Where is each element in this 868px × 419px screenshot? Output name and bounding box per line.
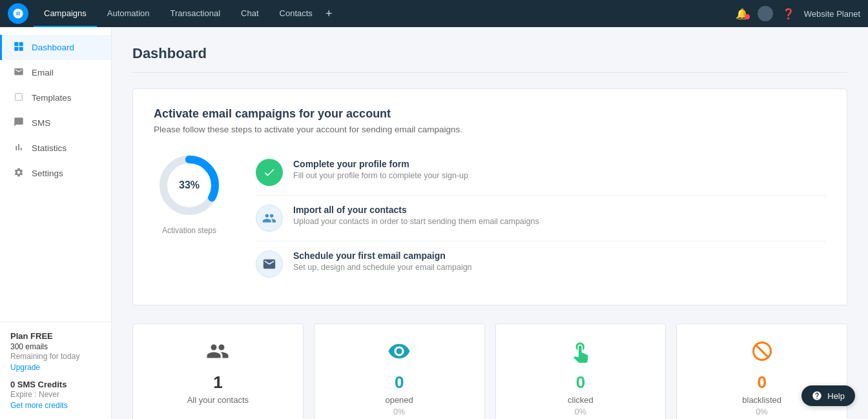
upgrade-link[interactable]: Upgrade — [10, 363, 101, 372]
contacts-icon — [143, 340, 293, 367]
sidebar-label-dashboard: Dashboard — [32, 43, 74, 52]
sidebar-label-templates: Templates — [32, 93, 72, 103]
sidebar-label-statistics: Statistics — [32, 143, 67, 153]
step-item-2[interactable]: Import all of your contacts Upload your … — [256, 196, 826, 241]
notification-dot — [745, 14, 750, 19]
help-icon[interactable]: ❓ — [782, 8, 795, 20]
step-title-1: Complete your profile form — [293, 159, 468, 169]
templates-icon — [12, 92, 25, 104]
svg-rect-3 — [19, 47, 23, 51]
step-desc-2: Upload your contacts in order to start s… — [293, 217, 539, 226]
activation-title: Activate email campaigns for your accoun… — [154, 107, 826, 121]
help-label: Help — [827, 391, 845, 401]
username: Website Planet — [804, 9, 860, 19]
sms-credits: 0 SMS Credits — [10, 380, 101, 389]
stat-label-clicked: clicked — [506, 395, 656, 405]
top-nav: Campaigns Automation Transactional Chat … — [0, 0, 868, 27]
sidebar-label-settings: Settings — [32, 169, 63, 178]
svg-rect-2 — [14, 47, 18, 51]
nav-items: Campaigns Automation Transactional Chat … — [34, 0, 736, 27]
step-icon-email — [256, 250, 283, 278]
donut-caption: Activation steps — [162, 226, 216, 235]
stat-value-clicked: 0 — [506, 373, 656, 393]
nav-right: 🔔 ❓ Website Planet — [736, 6, 860, 21]
donut-wrap: 33% Activation steps — [154, 150, 225, 235]
donut-chart: 33% — [154, 150, 225, 221]
stat-card-clicked[interactable]: 0 clicked 0% — [495, 323, 666, 419]
nav-item-contacts[interactable]: Contacts — [269, 0, 323, 27]
sidebar-item-dashboard[interactable]: Dashboard — [0, 35, 111, 60]
stat-card-contacts[interactable]: 1 All your contacts — [132, 323, 304, 419]
step-title-3: Schedule your first email campaign — [293, 250, 472, 261]
svg-rect-0 — [14, 42, 18, 46]
sidebar-item-settings[interactable]: Settings — [0, 161, 111, 186]
nav-plus[interactable]: + — [326, 7, 333, 21]
sidebar: Dashboard Email Templates SMS Statistics… — [0, 27, 112, 419]
divider — [132, 72, 847, 73]
page-title: Dashboard — [132, 45, 847, 62]
nav-item-chat[interactable]: Chat — [231, 0, 269, 27]
plan-emails: 300 emails — [10, 342, 101, 351]
eye-icon — [325, 340, 474, 367]
step-text-3: Schedule your first email campaign Set u… — [293, 250, 472, 272]
step-desc-3: Set up, design and schedule your email c… — [293, 263, 472, 272]
email-icon — [12, 66, 25, 79]
main-content: Dashboard Activate email campaigns for y… — [112, 27, 868, 419]
sidebar-item-statistics[interactable]: Statistics — [0, 136, 111, 161]
settings-icon — [12, 167, 25, 179]
nav-item-transactional[interactable]: Transactional — [160, 0, 231, 27]
avatar[interactable] — [758, 6, 773, 21]
step-item-3[interactable]: Schedule your first email campaign Set u… — [256, 241, 826, 287]
get-credits-link[interactable]: Get more credits — [10, 401, 101, 410]
stat-label-contacts: All your contacts — [143, 395, 293, 405]
stat-card-opened[interactable]: 0 opened 0% — [314, 323, 485, 419]
statistics-icon — [12, 142, 25, 154]
step-text-2: Import all of your contacts Upload your … — [293, 205, 539, 226]
step-text-1: Complete your profile form Fill out your… — [293, 159, 468, 180]
nav-item-automation[interactable]: Automation — [97, 0, 160, 27]
logo[interactable] — [8, 3, 28, 24]
sidebar-plan-info: Plan FREE 300 emails Remaining for today… — [0, 322, 111, 419]
help-button[interactable]: Help — [801, 385, 855, 406]
sms-icon — [12, 117, 25, 129]
stat-value-opened: 0 — [325, 373, 474, 393]
stat-pct-blacklisted: 0% — [687, 407, 836, 416]
donut-pct-text: 33% — [179, 179, 200, 190]
activation-card: Activate email campaigns for your accoun… — [132, 88, 847, 305]
steps-list: Complete your profile form Fill out your… — [256, 150, 826, 287]
activation-subtitle: Please follow these steps to activate yo… — [154, 125, 826, 134]
hand-icon — [506, 340, 656, 367]
sidebar-label-email: Email — [32, 68, 54, 77]
nav-item-campaigns[interactable]: Campaigns — [34, 0, 97, 27]
sidebar-item-sms[interactable]: SMS — [0, 110, 111, 136]
stat-pct-clicked: 0% — [506, 407, 656, 416]
sidebar-item-templates[interactable]: Templates — [0, 85, 111, 110]
activation-content: 33% Activation steps Complete your profi… — [154, 150, 826, 287]
stat-value-contacts: 1 — [143, 373, 293, 393]
notification-wrap: 🔔 — [736, 8, 749, 20]
expire-label: Expire : Never — [10, 390, 101, 399]
step-item-1: Complete your profile form Fill out your… — [256, 150, 826, 196]
step-title-2: Import all of your contacts — [293, 205, 539, 215]
svg-rect-1 — [19, 42, 23, 46]
step-icon-contacts — [256, 205, 283, 232]
help-icon-svg — [812, 391, 822, 401]
plan-remaining: Remaining for today — [10, 352, 101, 361]
sidebar-label-sms: SMS — [32, 118, 50, 128]
stats-row: 1 All your contacts 0 opened 0% 0 clicke… — [132, 323, 847, 419]
sidebar-item-email[interactable]: Email — [0, 60, 111, 85]
dashboard-icon — [12, 41, 25, 54]
stat-pct-opened: 0% — [325, 407, 474, 416]
step-desc-1: Fill out your profile form to complete y… — [293, 171, 468, 180]
step-icon-completed — [256, 159, 283, 186]
plan-label: Plan FREE — [10, 331, 101, 341]
stat-label-opened: opened — [325, 395, 474, 405]
block-icon — [687, 340, 836, 367]
